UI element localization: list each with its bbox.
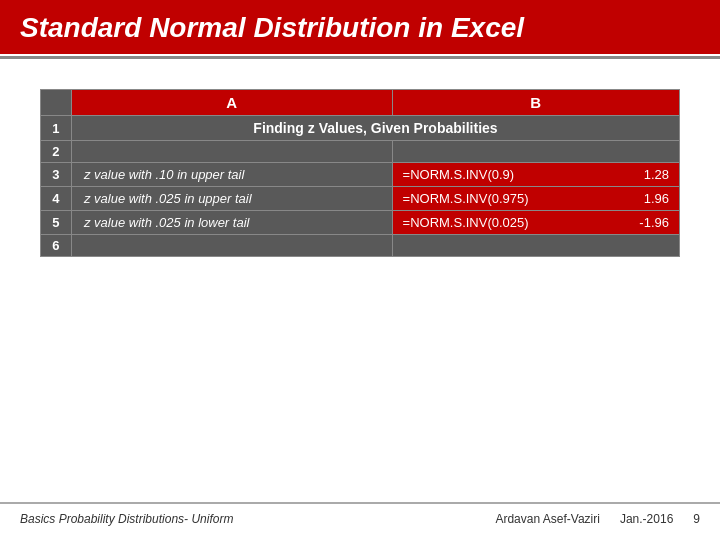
empty-b-6	[392, 235, 679, 257]
row3-result: 1.28	[644, 167, 669, 182]
row5-formula: =NORM.S.INV(0.025)	[403, 215, 529, 230]
table-row: 2	[41, 141, 680, 163]
col-b-header: B	[392, 90, 679, 116]
footer: Basics Probability Distributions- Unifor…	[0, 502, 720, 526]
row-num-2: 2	[41, 141, 72, 163]
row4-col-b: =NORM.S.INV(0.975) 1.96	[392, 187, 679, 211]
table-row: 6	[41, 235, 680, 257]
footer-left-text: Basics Probability Distributions- Unifor…	[20, 512, 233, 526]
row3-col-a: z value with .10 in upper tail	[71, 163, 392, 187]
table-row: 3 z value with .10 in upper tail =NORM.S…	[41, 163, 680, 187]
row3-col-b: =NORM.S.INV(0.9) 1.28	[392, 163, 679, 187]
table-row: 4 z value with .025 in upper tail =NORM.…	[41, 187, 680, 211]
col-header-row: A B	[41, 90, 680, 116]
page-header: Standard Normal Distribution in Excel	[0, 0, 720, 54]
title-cell: Finding z Values, Given Probabilities	[71, 116, 679, 141]
row5-result: -1.96	[639, 215, 669, 230]
row-num-5: 5	[41, 211, 72, 235]
row-num-4: 4	[41, 187, 72, 211]
table-row: 1 Finding z Values, Given Probabilities	[41, 116, 680, 141]
excel-table: A B 1 Finding z Values, Given Probabilit…	[40, 89, 680, 257]
row5-col-b: =NORM.S.INV(0.025) -1.96	[392, 211, 679, 235]
footer-date: Jan.-2016	[620, 512, 673, 526]
footer-author: Ardavan Asef-Vaziri	[495, 512, 600, 526]
row4-formula: =NORM.S.INV(0.975)	[403, 191, 529, 206]
row-num-6: 6	[41, 235, 72, 257]
empty-a-2	[71, 141, 392, 163]
row4-result: 1.96	[644, 191, 669, 206]
page-title: Standard Normal Distribution in Excel	[20, 12, 524, 44]
row5-col-a: z value with .025 in lower tail	[71, 211, 392, 235]
empty-a-6	[71, 235, 392, 257]
row4-col-a: z value with .025 in upper tail	[71, 187, 392, 211]
footer-page: 9	[693, 512, 700, 526]
table-row: 5 z value with .025 in lower tail =NORM.…	[41, 211, 680, 235]
corner-cell	[41, 90, 72, 116]
row-num-1: 1	[41, 116, 72, 141]
col-a-header: A	[71, 90, 392, 116]
empty-b-2	[392, 141, 679, 163]
row3-formula: =NORM.S.INV(0.9)	[403, 167, 515, 182]
footer-right-text: Ardavan Asef-Vaziri Jan.-2016 9	[495, 512, 700, 526]
row-num-3: 3	[41, 163, 72, 187]
main-content: A B 1 Finding z Values, Given Probabilit…	[0, 59, 720, 277]
